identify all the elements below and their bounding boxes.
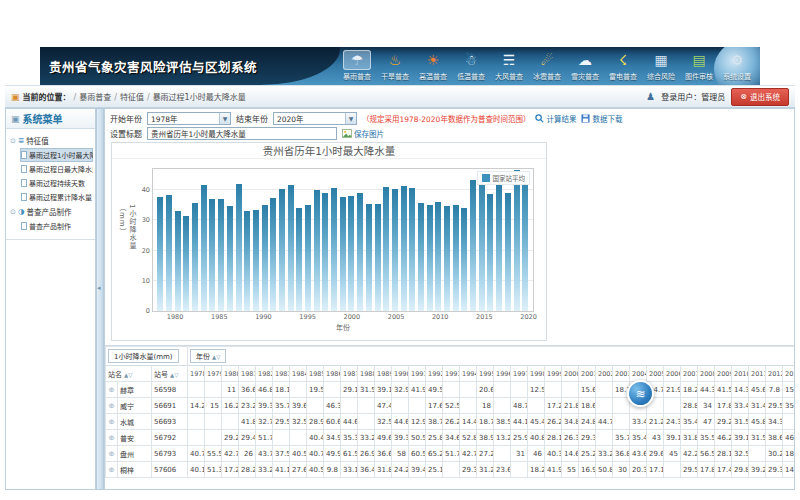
chart-bar: [444, 206, 450, 311]
x-tick-label: 1980: [167, 313, 184, 321]
station-id-cell: 56792: [152, 430, 188, 446]
nav-item-settings[interactable]: ⚙系统设置: [718, 50, 756, 81]
year-header-cell: 2012: [766, 366, 783, 382]
value-cell: 31.5: [732, 414, 749, 430]
calc-result-button[interactable]: 计算结果: [535, 113, 576, 124]
chart-title-input[interactable]: [147, 127, 337, 140]
sidebar-splitter[interactable]: ◂: [96, 108, 104, 490]
value-cell: 21.8: [562, 398, 579, 414]
row-expander-icon[interactable]: ⊕: [106, 398, 118, 414]
row-expander-icon[interactable]: ⊕: [106, 414, 118, 430]
sort-arrows-icon[interactable]: ▲▽: [124, 372, 132, 378]
value-cell: 43.6: [630, 446, 647, 462]
save-disk-icon: [581, 114, 590, 123]
value-cell: 17.2: [222, 462, 239, 478]
nav-item-high-temp[interactable]: ☀高温普查: [414, 50, 452, 81]
row-expander-icon[interactable]: ⊕: [106, 462, 118, 478]
data-download-button[interactable]: 数据下载: [581, 113, 622, 124]
nav-item-wind[interactable]: ☴大风普查: [490, 50, 528, 81]
start-year-select[interactable]: 1978年 ▼: [147, 112, 231, 125]
value-cell: 21.9: [664, 382, 681, 398]
chart-bar: [166, 195, 172, 311]
tree-item-label: 暴雨过程累计降水量: [29, 192, 92, 202]
nav-item-low-temp[interactable]: ☃低温普查: [452, 50, 490, 81]
value-cell: 28.2: [239, 462, 256, 478]
value-cell: 12.5: [528, 382, 545, 398]
nav-item-risk[interactable]: ▦综合风险: [642, 50, 680, 81]
logout-button[interactable]: ⊗ 退出系统: [731, 88, 789, 106]
row-expander-icon[interactable]: ⊕: [106, 382, 118, 398]
value-cell: 27.6: [290, 462, 307, 478]
breadcrumb-item[interactable]: 暴雨过程1小时最大降水量: [153, 93, 246, 102]
value-cell: 38.7: [426, 414, 443, 430]
tree-item[interactable]: 暴雨过程1小时最大降水量: [20, 148, 93, 162]
floating-widget-icon[interactable]: ≋: [627, 380, 654, 407]
value-cell: 24.8: [579, 414, 596, 430]
risk-icon: ▦: [647, 50, 675, 70]
chart-bar: [418, 203, 424, 311]
value-cell: 15.6: [579, 382, 596, 398]
value-cell: 39.1: [664, 430, 681, 446]
sort-arrows-icon[interactable]: ▲▽: [170, 372, 178, 378]
nav-item-drought[interactable]: ♨干旱普查: [376, 50, 414, 81]
tree-item[interactable]: 暴雨过程日最大降水量: [20, 162, 93, 176]
nav-item-hail[interactable]: ☄冰雹普查: [528, 50, 566, 81]
year-header-cell: 2011: [749, 366, 766, 382]
breadcrumb-item[interactable]: 暴雨普查: [79, 93, 111, 102]
value-cell: [596, 398, 613, 414]
year-header-cell: 2007: [681, 366, 698, 382]
tree-group-1[interactable]: ⊙◑普查产品制作: [8, 204, 93, 219]
value-cell: 40.1: [188, 462, 205, 478]
range-hint: （规定采用1978-2020年数据作为普查时间范围）: [362, 113, 530, 124]
value-cell: 46: [528, 446, 545, 462]
chart-bar: [340, 197, 346, 311]
measure-header-cell: 1小时降水量(mm): [106, 347, 188, 366]
nav-item-review[interactable]: ▤图件审核: [680, 50, 718, 81]
value-cell: 16.9: [579, 462, 596, 478]
tree-item[interactable]: 暴雨过程累计降水量: [20, 190, 93, 204]
main-content: 开始年份 1978年 ▼ 结束年份 2020年 ▼ （规定采用1978-2020…: [104, 108, 795, 490]
nav-item-label: 图件审核: [685, 71, 713, 81]
station-name-cell: 水城: [118, 414, 152, 430]
x-tick-label: 1985: [211, 313, 228, 321]
nav-item-rainstorm[interactable]: ☂暴雨普查: [338, 50, 376, 81]
menu-icon: ▣: [11, 114, 20, 124]
value-cell: 60.6: [324, 414, 341, 430]
data-table-wrap: 1小时降水量(mm)年份▲▽站名▲▽站号▲▽197819791980198119…: [105, 345, 794, 489]
high-temp-icon: ☀: [419, 50, 447, 70]
measure-label[interactable]: 1小时降水量(mm): [108, 349, 179, 363]
row-expander-icon[interactable]: ⊕: [106, 430, 118, 446]
value-cell: 29.5: [681, 462, 698, 478]
user-icon: ♟: [646, 91, 655, 102]
chart-bar: [253, 210, 259, 312]
chart-bar: [487, 194, 493, 311]
save-image-button[interactable]: 保存图片: [342, 128, 384, 139]
value-cell: 25.1: [426, 462, 443, 478]
legend-label: 国家站平均: [493, 173, 526, 183]
breadcrumb-item[interactable]: 特征值: [120, 93, 144, 102]
year-header-cell: 1993: [443, 366, 460, 382]
nav-item-lightning[interactable]: ☇雷电普查: [604, 50, 642, 81]
station-name-cell: 赫章: [118, 382, 152, 398]
tree-group-0[interactable]: ⊙≣特征值: [8, 133, 93, 148]
tree-item[interactable]: 普查产品制作: [20, 219, 93, 233]
chart-card: 贵州省历年1小时最大降水量 1小时降水量（mm） 国家站平均 198019851…: [111, 142, 547, 341]
sort-arrows-icon[interactable]: ▲▽: [212, 354, 220, 360]
value-cell: 35.7: [273, 398, 290, 414]
value-cell: 40.7: [188, 446, 205, 462]
value-cell: 34.8: [562, 414, 579, 430]
tree-item[interactable]: 暴雨过程持续天数: [20, 176, 93, 190]
value-cell: [494, 398, 511, 414]
station-name-header[interactable]: 站名▲▽: [106, 366, 152, 382]
year-sort-control[interactable]: 年份▲▽: [190, 349, 226, 363]
station-id-header[interactable]: 站号▲▽: [152, 366, 188, 382]
end-year-select[interactable]: 2020年 ▼: [273, 112, 357, 125]
magnifier-icon: [535, 114, 544, 123]
value-cell: 49.9: [324, 446, 341, 462]
row-expander-icon[interactable]: ⊕: [106, 446, 118, 462]
value-cell: 42.7: [460, 446, 477, 462]
value-cell: 44.6: [341, 414, 358, 430]
chart-bar: [470, 180, 476, 311]
value-cell: 30.2: [766, 446, 783, 462]
nav-item-snow[interactable]: ☁雪灾普查: [566, 50, 604, 81]
